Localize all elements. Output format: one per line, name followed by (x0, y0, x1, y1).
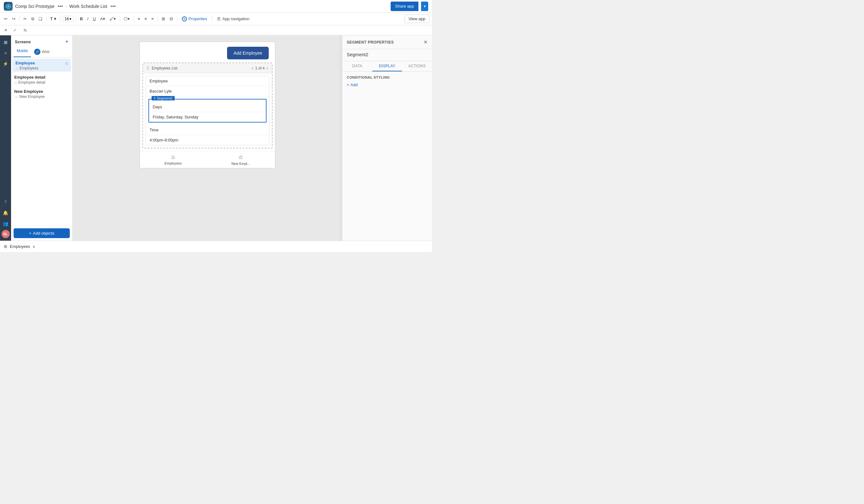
redo-button[interactable]: ↪ (10, 15, 17, 22)
screen-item-new-employee[interactable]: New Employee ☆ New Employee (11, 87, 72, 100)
nav-new-employee[interactable]: ☆ New Empl... (231, 154, 250, 166)
add-employee-section: Add Employee (140, 42, 275, 62)
star-icon: ☆ (15, 95, 18, 98)
sidebar-help-icon[interactable]: ? (1, 198, 10, 206)
phone-bottom-nav: ⌂ Employees ☆ New Empl... (140, 151, 275, 168)
main-area: ⊞ ≡ ⚡ ? 🔔 👥 BL Screens + Mobile 🔗 Web Em… (0, 35, 432, 241)
italic-button[interactable]: I (86, 15, 90, 22)
add-employee-button[interactable]: Add Employee (227, 47, 268, 59)
segment-days-value: Friday, Saturday, Sunday (149, 112, 266, 122)
employees-list-container: ⠿ Employees List ‹ 1 of 4 › Employee Bac… (142, 62, 273, 148)
segment2-container[interactable]: ⠿ Segment2 Days Friday, Saturday, Sunday (148, 99, 266, 122)
sidebar-layers-icon[interactable]: ≡ (1, 49, 10, 58)
bold-button[interactable]: B (78, 15, 84, 22)
field-employee-label: Employee (146, 76, 269, 86)
list-header: ⠿ Employees List ‹ 1 of 4 › (143, 63, 272, 73)
properties-button[interactable]: ⚙ Properties (179, 15, 210, 23)
nav-new-employee-label: New Empl... (231, 162, 250, 166)
formula-fx-label: fx (21, 27, 30, 34)
toolbar-sep-8 (177, 16, 177, 22)
tab-web[interactable]: 🔗 Web (31, 47, 52, 57)
underline-button[interactable]: U (91, 15, 97, 22)
list-card: Employee Baccari Lyle ⠿ Segment2 Days Fr… (146, 76, 269, 145)
tab-display[interactable]: DISPLAY (372, 61, 402, 71)
gear-icon: ⚙ (182, 16, 187, 22)
canvas-area: Add Employee ⠿ Employees List ‹ 1 of 4 ›… (73, 35, 342, 241)
sidebar-bell-icon[interactable]: 🔔 (1, 208, 10, 217)
canvas-scrollbar[interactable] (339, 35, 342, 241)
toolbar-sep-2 (46, 16, 46, 22)
segment-label: ⠿ Segment2 (152, 96, 175, 100)
share-chevron-button[interactable]: ▾ (421, 2, 428, 11)
left-sidebar: ⊞ ≡ ⚡ ? 🔔 👥 BL (0, 35, 11, 241)
grid1-button[interactable]: ⊞ (160, 15, 167, 22)
grid2-button[interactable]: ⊟ (168, 15, 175, 22)
user-avatar[interactable]: BL (2, 230, 10, 238)
bottom-bar: ⊞ Employees ∨ (0, 241, 432, 252)
plus-icon: + (347, 82, 349, 87)
screen-new-employee-name: New Employee (14, 89, 69, 94)
screen-panel-footer: + Add objects (11, 226, 72, 241)
screens-title: Screens (15, 39, 31, 44)
formula-close-button[interactable]: ✕ (2, 27, 9, 33)
plus-icon: + (29, 231, 32, 236)
add-conditional-button[interactable]: + Add (347, 82, 358, 88)
paste-button[interactable]: ❑ (37, 15, 44, 22)
font-color-button[interactable]: A▾ (98, 15, 107, 22)
add-screen-button[interactable]: + (65, 38, 69, 45)
text-button[interactable]: T ▾ (49, 15, 58, 22)
toolbar-sep-5 (120, 16, 120, 22)
nav-employees-label: Employees (165, 161, 182, 165)
app-title-dots[interactable]: ••• (58, 3, 63, 9)
page-title: Work Schedule List (69, 4, 107, 9)
share-app-button[interactable]: Share app (391, 2, 418, 11)
app-navigation-button[interactable]: ☰ App navigation (214, 15, 252, 22)
sidebar-users-icon[interactable]: 👥 (1, 219, 10, 228)
pagination-next-button[interactable]: › (266, 65, 268, 71)
panel-tabs: DATA DISPLAY ACTIONS (342, 61, 432, 72)
drag-handle-icon: ⠿ (146, 66, 149, 71)
list-title: Employees List (152, 66, 178, 70)
screen-item-employee[interactable]: Employee ⌂ ○ Employees (12, 59, 71, 72)
align-right-button[interactable]: ≡ (150, 15, 155, 22)
breadcrumb-sep: › (65, 4, 67, 9)
pagination-prev-button[interactable]: ‹ (251, 65, 254, 71)
cut-button[interactable]: ✂ (22, 15, 28, 22)
bottom-chevron-button[interactable]: ∨ (33, 244, 35, 249)
border-button[interactable]: ☐▾ (122, 15, 131, 22)
view-app-button[interactable]: View app (405, 14, 430, 23)
screen-item-employee-detail[interactable]: Employee detail □ Employee detail (11, 73, 72, 86)
page-dots[interactable]: ••• (110, 3, 116, 9)
panel-content: CONDITIONAL STYLING + Add (342, 72, 432, 92)
font-size-button[interactable]: 16 ▾ (62, 16, 74, 22)
formula-check-button[interactable]: ✓ (12, 27, 18, 33)
app-title: Comp Sci Prototype (15, 4, 55, 9)
align-left-button[interactable]: ≡ (136, 15, 142, 22)
toolbar-sep-6 (134, 16, 134, 22)
screen-employee-sub: ○ Employees (15, 65, 68, 70)
top-header: Comp Sci Prototype ••• › Work Schedule L… (0, 0, 432, 13)
segment-drag-icon: ⠿ (154, 97, 156, 100)
bottom-bar-label: Employees (10, 244, 30, 249)
sidebar-grid-icon[interactable]: ⊞ (1, 38, 10, 47)
tab-actions[interactable]: ACTIONS (402, 61, 432, 71)
close-panel-button[interactable]: ✕ (423, 39, 428, 45)
field-time-value: 4:00pm-8:00pm (146, 135, 269, 145)
list-pagination: ‹ 1 of 4 › (251, 65, 269, 71)
add-objects-button[interactable]: + Add objects (14, 228, 70, 238)
pagination-info: 1 of 4 (255, 66, 265, 70)
screen-panel-header: Screens + (11, 35, 72, 47)
screen-employee-detail-name: Employee detail (14, 75, 69, 80)
sidebar-bolt-icon[interactable]: ⚡ (1, 59, 10, 68)
nav-employees[interactable]: ⌂ Employees (165, 154, 182, 166)
toolbar-sep-3 (60, 16, 60, 22)
star-nav-icon: ☆ (238, 154, 243, 161)
align-center-button[interactable]: ≡ (143, 15, 149, 22)
home-nav-icon: ⌂ (171, 154, 175, 160)
link-icon: 🔗 (34, 49, 40, 55)
undo-button[interactable]: ↩ (2, 15, 9, 22)
tab-data[interactable]: DATA (342, 61, 372, 71)
copy-button[interactable]: ⧉ (30, 15, 36, 23)
tab-mobile[interactable]: Mobile (14, 47, 31, 57)
highlight-button[interactable]: 🖊▾ (108, 15, 118, 22)
